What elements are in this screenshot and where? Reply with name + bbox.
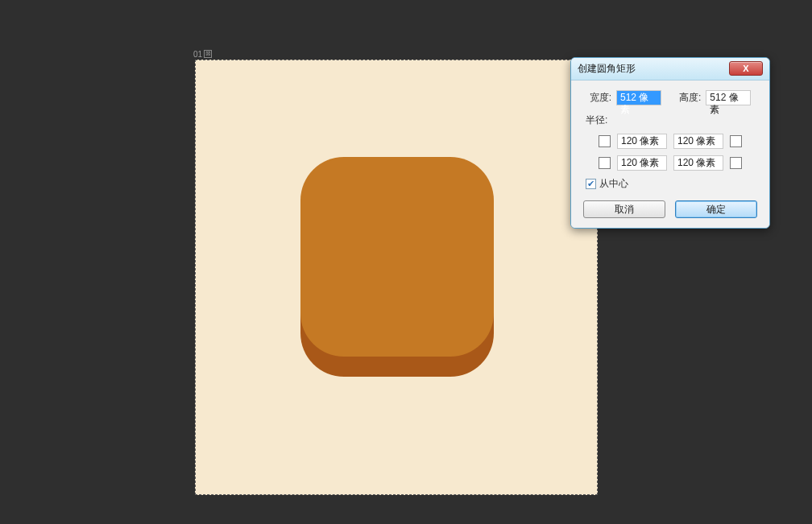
document-tab-label: 01 <box>193 50 202 59</box>
height-label: 高度: <box>679 91 701 105</box>
create-rounded-rect-dialog: 创建圆角矩形 X 宽度: 512 像素 高度: 512 像素 半径: 120 像… <box>570 57 770 229</box>
from-center-label: 从中心 <box>599 177 628 191</box>
from-center-checkbox[interactable]: ✔ <box>586 179 596 189</box>
canvas[interactable] <box>195 60 598 495</box>
close-icon[interactable]: ⊠ <box>204 50 212 58</box>
corner-top-left-icon[interactable] <box>599 135 611 147</box>
size-row: 宽度: 512 像素 高度: 512 像素 <box>581 90 760 105</box>
dialog-buttons: 取消 确定 <box>581 200 760 218</box>
width-label: 宽度: <box>590 91 611 105</box>
close-icon: X <box>743 64 748 73</box>
height-input[interactable]: 512 像素 <box>706 90 751 105</box>
width-input[interactable]: 512 像素 <box>616 90 661 105</box>
radius-label: 半径: <box>586 113 760 127</box>
document-tab[interactable]: 01 ⊠ <box>193 48 212 60</box>
from-center-row: ✔ 从中心 <box>586 177 760 191</box>
cancel-button-label: 取消 <box>615 203 634 217</box>
radius-top-right-input[interactable]: 120 像素 <box>673 134 723 149</box>
radius-bottom-right-input[interactable]: 120 像素 <box>673 155 723 171</box>
corner-bottom-left-icon[interactable] <box>599 157 611 169</box>
document-area: 01 ⊠ <box>195 48 598 495</box>
dialog-titlebar[interactable]: 创建圆角矩形 X <box>571 58 769 80</box>
radius-row-bottom: 120 像素 120 像素 <box>581 155 760 171</box>
corner-top-right-icon[interactable] <box>730 135 742 147</box>
close-button[interactable]: X <box>729 61 763 76</box>
cancel-button[interactable]: 取消 <box>583 200 665 218</box>
rounded-rect-shape[interactable] <box>300 157 494 357</box>
ok-button[interactable]: 确定 <box>675 200 757 218</box>
corner-bottom-right-icon[interactable] <box>730 157 742 169</box>
radius-top-left-input[interactable]: 120 像素 <box>617 134 667 149</box>
dialog-body: 宽度: 512 像素 高度: 512 像素 半径: 120 像素 120 像素 … <box>571 80 769 228</box>
ok-button-label: 确定 <box>706 203 726 217</box>
radius-bottom-left-input[interactable]: 120 像素 <box>617 155 667 171</box>
dialog-title: 创建圆角矩形 <box>578 62 636 76</box>
radius-row-top: 120 像素 120 像素 <box>581 134 760 149</box>
